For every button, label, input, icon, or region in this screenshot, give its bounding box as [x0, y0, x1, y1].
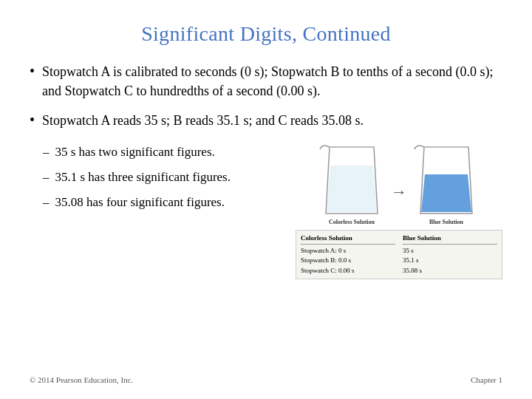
bullet-dot-1: • [30, 63, 35, 80]
sub-content: – 35 s has two significant figures. – 35… [43, 143, 502, 279]
copyright: © 2014 Pearson Education, Inc. [30, 375, 133, 384]
colorless-label-c: Stopwatch C: [301, 267, 337, 274]
blue-row-c: 35.08 s [403, 266, 497, 276]
colorless-row-b: Stopwatch B: 0.0 s [301, 256, 395, 266]
sub-bullet-3-text: 35.08 has four significant figures. [55, 194, 225, 211]
data-table-row: Colorless Solution Stopwatch A: 0 s Stop… [301, 233, 497, 276]
sub-bullet-1-text: 35 s has two significant figures. [55, 143, 215, 161]
content-area: • Stopwatch A is calibrated to seconds (… [30, 62, 502, 369]
data-col-colorless-title: Colorless Solution [301, 233, 395, 245]
colorless-row-a: Stopwatch A: 0 s [301, 246, 395, 256]
colorless-value-c: 0.00 s [338, 267, 355, 274]
sub-dash-1: – [43, 143, 50, 161]
bullet-1-text: Stopwatch A is calibrated to seconds (0 … [42, 62, 502, 100]
sub-bullet-1: – 35 s has two significant figures. [43, 143, 281, 161]
data-table: Colorless Solution Stopwatch A: 0 s Stop… [296, 230, 502, 279]
bullet-2-text: Stopwatch A reads 35 s; B reads 35.1 s; … [42, 111, 364, 130]
svg-marker-4 [421, 174, 471, 212]
footer: © 2014 Pearson Education, Inc. Chapter 1 [30, 369, 502, 384]
colorless-value-a: 0 s [338, 247, 346, 254]
chapter: Chapter 1 [471, 375, 502, 384]
colorless-beaker-svg [318, 143, 385, 217]
data-col-blue-title: Blue Solution [403, 233, 497, 245]
blue-row-b: 35.1 s [403, 256, 497, 266]
blue-row-a: 35 s [403, 246, 497, 256]
colorless-label-a: Stopwatch A: [301, 247, 337, 254]
sub-bullet-2: – 35.1 s has three significant figures. [43, 168, 281, 186]
sub-bullets: – 35 s has two significant figures. – 35… [43, 143, 281, 279]
image-area: Colorless Solution → [296, 143, 502, 279]
colorless-value-b: 0.0 s [338, 256, 351, 264]
blue-beaker: Blue Solution [413, 143, 480, 225]
data-col-blue: Blue Solution 35 s 35.1 s 35.08 s [403, 233, 497, 276]
blue-beaker-svg [413, 143, 480, 217]
colorless-label-b: Stopwatch B: [301, 256, 337, 264]
data-col-colorless: Colorless Solution Stopwatch A: 0 s Stop… [301, 233, 395, 276]
sub-bullet-2-text: 35.1 s has three significant figures. [55, 168, 231, 186]
bullet-dot-2: • [30, 112, 35, 129]
bullet-1: • Stopwatch A is calibrated to seconds (… [30, 62, 502, 100]
sub-bullet-3: – 35.08 has four significant figures. [43, 194, 281, 211]
beakers-row: Colorless Solution → [318, 143, 480, 225]
sub-dash-3: – [43, 194, 50, 211]
slide-title: Significant Digits, Continued [30, 22, 502, 46]
colorless-row-c: Stopwatch C: 0.00 s [301, 266, 395, 276]
blue-value-c: 35.08 s [403, 267, 422, 274]
svg-marker-1 [327, 166, 377, 212]
arrow-symbol: → [391, 183, 407, 202]
blue-value-b: 35.1 s [403, 256, 419, 264]
blue-value-a: 35 s [403, 247, 414, 254]
colorless-label: Colorless Solution [329, 219, 375, 225]
blue-label: Blue Solution [429, 219, 463, 225]
sub-dash-2: – [43, 168, 50, 186]
bullet-2: • Stopwatch A reads 35 s; B reads 35.1 s… [30, 111, 502, 130]
colorless-beaker: Colorless Solution [318, 143, 385, 225]
